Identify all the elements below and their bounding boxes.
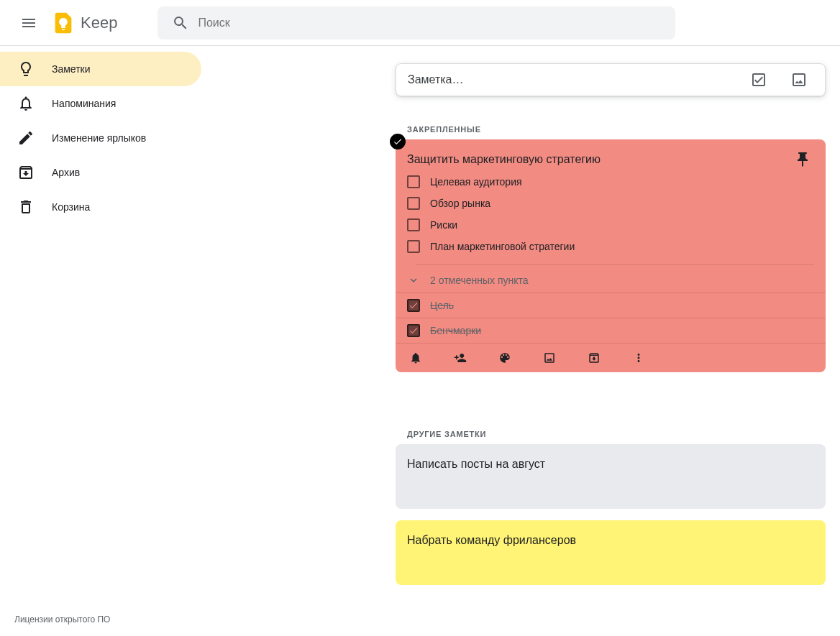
trash-icon	[9, 190, 43, 224]
app-name: Keep	[81, 14, 117, 32]
completed-toggle[interactable]: 2 отмеченных пункта	[396, 265, 826, 292]
checkbox-icon	[750, 71, 767, 88]
color-button[interactable]	[493, 346, 516, 369]
checklist-item-done[interactable]: Бенчмарки	[396, 318, 826, 343]
main-menu-button[interactable]	[12, 6, 46, 40]
collaborator-button[interactable]	[449, 346, 472, 369]
checklist-item-text: Целевая аудитория	[430, 176, 522, 188]
sidebar-item-label: Заметки	[52, 63, 91, 75]
search-icon	[166, 9, 195, 37]
sidebar-item-archive[interactable]: Архив	[0, 155, 201, 190]
add-image-button[interactable]	[538, 346, 561, 369]
chevron-down-icon	[407, 274, 420, 287]
more-vert-icon	[632, 351, 645, 364]
checklist-item-text: Риски	[430, 219, 457, 231]
checkbox-unchecked[interactable]	[407, 175, 420, 188]
note-title: Написать посты на август	[407, 456, 814, 473]
sidebar-item-label: Архив	[52, 167, 80, 178]
checklist-item[interactable]: Риски	[396, 214, 826, 236]
keep-logo-icon	[49, 9, 78, 37]
sidebar-item-label: Корзина	[52, 201, 90, 213]
pin-button[interactable]	[791, 151, 814, 168]
check-icon	[393, 137, 403, 147]
checklist-item[interactable]: Целевая аудитория	[396, 171, 826, 193]
new-image-note-button[interactable]	[785, 65, 813, 94]
checklist-item-text: Обзор рынка	[430, 198, 490, 209]
checkbox-checked[interactable]	[407, 324, 420, 337]
lightbulb-icon	[9, 52, 43, 86]
pencil-icon	[9, 121, 43, 155]
checklist-item[interactable]: Обзор рынка	[396, 193, 826, 214]
sidebar-item-notes[interactable]: Заметки	[0, 52, 201, 86]
hamburger-icon	[20, 14, 37, 32]
checklist-item[interactable]: План маркетинговой стратегии	[396, 236, 826, 257]
checklist-item-done[interactable]: Цель	[396, 293, 826, 318]
note-title: Защитить маркетинговую стратегию	[407, 151, 791, 168]
others-section-label: Другие заметки	[407, 430, 827, 438]
sidebar-item-edit-labels[interactable]: Изменение ярлыков	[0, 121, 201, 155]
new-checklist-button[interactable]	[744, 65, 773, 94]
note-toolbar	[396, 344, 826, 372]
completed-count-label: 2 отмеченных пункта	[430, 275, 529, 286]
app-logo[interactable]: Keep	[49, 9, 117, 37]
archive-icon	[588, 351, 601, 364]
sidebar-item-label: Изменение ярлыков	[52, 132, 146, 144]
search-input[interactable]	[198, 17, 667, 29]
checkbox-unchecked[interactable]	[407, 218, 420, 231]
image-icon	[790, 71, 808, 88]
checklist-item-text: Цель	[430, 300, 454, 311]
checkbox-unchecked[interactable]	[407, 197, 420, 210]
sidebar: Заметки Напоминания Изменение ярлыков Ар…	[0, 46, 201, 224]
sidebar-item-trash[interactable]: Корзина	[0, 190, 201, 224]
note-title: Набрать команду фрилансеров	[407, 532, 814, 549]
checklist-item-text: Бенчмарки	[430, 325, 481, 336]
image-icon	[543, 351, 556, 364]
sidebar-item-reminders[interactable]: Напоминания	[0, 86, 201, 121]
open-source-licenses-link[interactable]: Лицензии открытого ПО	[14, 614, 110, 625]
new-note-placeholder: Заметка…	[408, 73, 744, 86]
new-note-input[interactable]: Заметка…	[396, 63, 826, 96]
remind-me-button[interactable]	[404, 346, 427, 369]
app-header: Keep	[0, 0, 840, 46]
check-icon	[408, 326, 419, 336]
more-button[interactable]	[627, 346, 650, 369]
checklist-item-text: План маркетинговой стратегии	[430, 241, 575, 252]
check-icon	[408, 300, 419, 310]
note-card[interactable]: Написать посты на август	[396, 444, 826, 509]
person-add-icon	[454, 351, 467, 364]
search-bar[interactable]	[158, 6, 675, 40]
main-content: Заметка… Закрепленные Защитить маркетинг…	[201, 46, 840, 585]
bell-add-icon	[409, 351, 422, 364]
palette-icon	[498, 351, 511, 364]
checkbox-checked[interactable]	[407, 299, 420, 312]
select-note-badge[interactable]	[390, 134, 406, 149]
checkbox-unchecked[interactable]	[407, 240, 420, 253]
archive-icon	[9, 155, 43, 190]
note-card[interactable]: Набрать команду фрилансеров	[396, 520, 826, 585]
archive-button[interactable]	[583, 346, 606, 369]
sidebar-item-label: Напоминания	[52, 98, 116, 109]
pinned-section-label: Закрепленные	[407, 125, 827, 134]
pin-icon	[794, 151, 811, 168]
bell-icon	[9, 86, 43, 121]
note-card-pinned[interactable]: Защитить маркетинговую стратегию Целевая…	[396, 139, 826, 372]
